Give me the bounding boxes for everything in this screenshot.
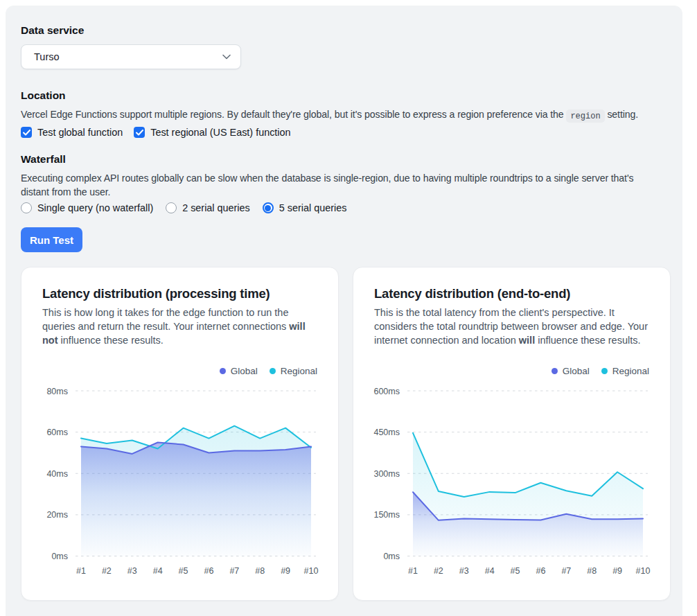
svg-text:#2: #2: [434, 566, 443, 576]
chart-desc-text: This is how long it takes for the edge f…: [42, 307, 289, 332]
svg-text:#5: #5: [179, 566, 188, 576]
svg-text:0ms: 0ms: [383, 552, 400, 561]
legend-item-regional: Regional: [270, 366, 317, 376]
svg-text:#7: #7: [561, 566, 571, 576]
legend-label: Regional: [612, 366, 649, 376]
svg-text:#6: #6: [536, 566, 545, 576]
radio-unselected-icon[interactable]: [166, 202, 177, 213]
radio-unselected-icon[interactable]: [21, 202, 32, 213]
latency-processing-chart: 0ms20ms40ms60ms80ms#1#2#3#4#5#6#7#8#9#10: [42, 382, 317, 585]
svg-text:#9: #9: [612, 566, 622, 576]
radio-selected-icon[interactable]: [263, 202, 274, 213]
svg-text:0ms: 0ms: [51, 552, 68, 561]
checkbox-global-function[interactable]: Test global function: [21, 127, 123, 138]
svg-text:#10: #10: [636, 566, 651, 576]
radio-label: 5 serial queries: [279, 202, 347, 213]
svg-text:300ms: 300ms: [373, 469, 400, 479]
svg-text:#1: #1: [408, 566, 418, 576]
legend-item-global: Global: [220, 366, 258, 376]
regional-dot-icon: [270, 368, 276, 374]
chart-card-processing-time: Latency distribution (processing time) T…: [21, 267, 339, 601]
svg-text:450ms: 450ms: [373, 428, 400, 438]
test-config-form: Data service Turso Location Vercel Edge …: [6, 6, 682, 252]
radio-label: 2 serial queries: [182, 202, 250, 213]
data-service-select[interactable]: Turso: [21, 44, 241, 69]
chart-title: Latency distribution (processing time): [42, 286, 317, 301]
chart-description: This is how long it takes for the edge f…: [42, 306, 317, 347]
location-description: Vercel Edge Functions support multiple r…: [21, 107, 667, 123]
checkbox-label: Test regional (US East) function: [150, 127, 290, 138]
radio-2-serial-queries[interactable]: 2 serial queries: [166, 202, 250, 213]
chart-legend: Global Regional: [42, 364, 317, 377]
location-heading: Location: [21, 90, 667, 101]
waterfall-heading: Waterfall: [21, 154, 667, 165]
svg-text:150ms: 150ms: [373, 511, 400, 520]
radio-single-query[interactable]: Single query (no waterfall): [21, 202, 153, 213]
run-test-button[interactable]: Run Test: [21, 227, 82, 252]
checkbox-checked-icon[interactable]: [134, 127, 145, 138]
chart-desc-suffix: influence these results.: [58, 335, 164, 346]
legend-item-global: Global: [552, 366, 590, 376]
chevron-down-icon: [222, 54, 231, 60]
region-code-chip: region: [566, 109, 604, 123]
location-desc-suffix: setting.: [605, 109, 638, 120]
svg-text:#4: #4: [153, 566, 163, 576]
svg-text:#4: #4: [485, 566, 495, 576]
chart-card-end-to-end: Latency distribution (end-to-end) This i…: [353, 267, 671, 601]
svg-text:#7: #7: [229, 566, 239, 576]
legend-label: Global: [563, 366, 590, 376]
chart-legend: Global Regional: [374, 364, 649, 377]
legend-label: Regional: [281, 366, 317, 376]
svg-text:#2: #2: [102, 566, 112, 576]
svg-text:#3: #3: [459, 566, 469, 576]
svg-text:#8: #8: [255, 566, 265, 576]
svg-text:#9: #9: [281, 566, 290, 576]
svg-text:#8: #8: [587, 566, 597, 576]
svg-text:600ms: 600ms: [373, 387, 400, 396]
chart-title: Latency distribution (end-to-end): [374, 286, 649, 301]
data-service-heading: Data service: [21, 25, 667, 36]
svg-text:#3: #3: [127, 566, 137, 576]
radio-label: Single query (no waterfall): [37, 202, 153, 213]
chart-description: This is the total latency from the clien…: [374, 306, 649, 347]
legend-item-regional: Regional: [601, 366, 649, 376]
checkbox-label: Test global function: [37, 127, 123, 138]
regional-dot-icon: [601, 368, 608, 374]
svg-text:#6: #6: [204, 566, 213, 576]
svg-text:40ms: 40ms: [46, 469, 68, 479]
latency-end-to-end-chart: 0ms150ms300ms450ms600ms#1#2#3#4#5#6#7#8#…: [374, 382, 649, 585]
location-desc-text: Vercel Edge Functions support multiple r…: [21, 109, 566, 120]
app-container: Data service Turso Location Vercel Edge …: [6, 6, 682, 616]
legend-label: Global: [231, 366, 258, 376]
checkbox-regional-function[interactable]: Test regional (US East) function: [134, 127, 290, 138]
chart-desc-suffix: influence these results.: [535, 335, 640, 346]
global-dot-icon: [552, 368, 558, 374]
global-dot-icon: [220, 368, 226, 374]
svg-text:#1: #1: [76, 566, 86, 576]
data-service-selected-value: Turso: [34, 51, 60, 62]
svg-text:20ms: 20ms: [46, 511, 68, 520]
svg-text:80ms: 80ms: [46, 387, 68, 396]
chart-desc-bold: will: [519, 335, 535, 346]
checkbox-checked-icon[interactable]: [21, 127, 32, 138]
radio-5-serial-queries[interactable]: 5 serial queries: [263, 202, 347, 213]
svg-text:#5: #5: [511, 566, 520, 576]
svg-text:#10: #10: [304, 566, 319, 576]
svg-text:60ms: 60ms: [46, 428, 68, 438]
waterfall-description: Executing complex API routes globally ca…: [21, 171, 662, 199]
